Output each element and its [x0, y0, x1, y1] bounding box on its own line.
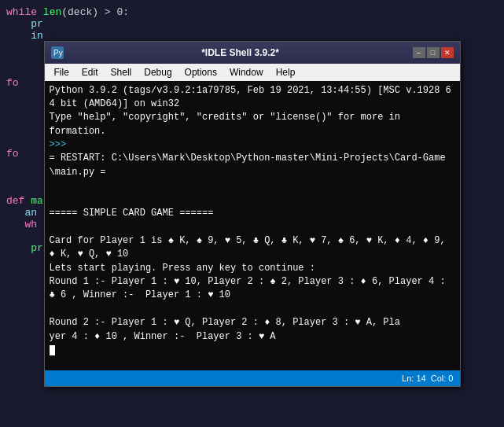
close-button[interactable]: ✕ [441, 47, 454, 58]
python-icon: Py [51, 46, 64, 59]
menu-shell[interactable]: Shell [105, 65, 138, 79]
blank-line-1 [50, 179, 455, 193]
status-ln-col: Ln: 14 Col: 0 [402, 374, 453, 383]
restart-line: = RESTART: C:\Users\Mark\Desktop\Python-… [50, 152, 455, 179]
minimize-button[interactable]: – [413, 47, 425, 58]
shell-output[interactable]: Python 3.9.2 (tags/v3.9.2:1a79785, Feb 1… [45, 81, 460, 370]
menu-file[interactable]: File [48, 65, 75, 79]
text-cursor [50, 345, 55, 355]
idle-shell-window: Py *IDLE Shell 3.9.2* – □ ✕ File Edit Sh… [44, 41, 461, 387]
blank-line-3 [50, 220, 455, 234]
cursor-line [50, 344, 455, 357]
titlebar: Py *IDLE Shell 3.9.2* – □ ✕ [45, 42, 460, 64]
python-version-line: Python 3.9.2 (tags/v3.9.2:1a79785, Feb 1… [50, 84, 455, 112]
svg-text:Py: Py [53, 49, 63, 57]
blank-line-2 [50, 193, 455, 207]
maximize-button[interactable]: □ [427, 47, 440, 58]
menu-debug[interactable]: Debug [138, 65, 178, 79]
python-info-line2: Type "help", "copyright", "credits" or "… [50, 111, 455, 124]
lets-start-line: Lets start playing. Press any key to con… [50, 262, 455, 275]
menubar: File Edit Shell Debug Options Window Hel… [45, 64, 460, 81]
round2a-line: Round 2 :- Player 1 : ♥ Q, Player 2 : ♦ … [50, 316, 455, 329]
prompt-line: >>> [50, 138, 455, 152]
blank-line-4 [50, 303, 455, 316]
statusbar: Ln: 14 Col: 0 [45, 370, 460, 386]
game-title-line: ===== SIMPLE CARD GAME ====== [50, 207, 455, 220]
round2b-line: yer 4 : ♦ 10 , Winner :- Player 3 : ♥ A [50, 330, 455, 344]
menu-options[interactable]: Options [178, 65, 223, 79]
menu-window[interactable]: Window [223, 65, 270, 79]
round1-line: Round 1 :- Player 1 : ♥ 10, Player 2 : ♠… [50, 275, 455, 303]
window-controls: – □ ✕ [413, 47, 454, 58]
window-title: *IDLE Shell 3.9.2* [68, 47, 413, 58]
python-info-line3: formation. [50, 125, 455, 138]
menu-edit[interactable]: Edit [75, 65, 105, 79]
cards-line: Card for Player 1 is ♠ K, ♠ 9, ♥ 5, ♣ Q,… [50, 234, 455, 262]
menu-help[interactable]: Help [270, 65, 302, 79]
